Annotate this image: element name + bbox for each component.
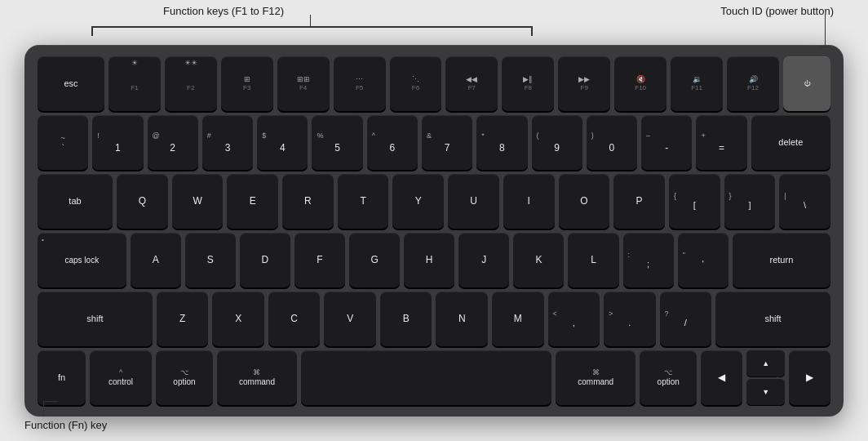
key-y[interactable]: Y xyxy=(392,174,444,229)
key-semicolon[interactable]: : ; xyxy=(623,233,674,287)
key-equals[interactable]: + = xyxy=(696,115,746,170)
key-z[interactable]: Z xyxy=(157,292,209,346)
key-slash[interactable]: ? / xyxy=(660,292,712,346)
key-c[interactable]: C xyxy=(268,292,321,346)
key-fn[interactable]: fn xyxy=(38,350,86,405)
key-d[interactable]: D xyxy=(240,233,290,287)
key-backslash[interactable]: | \ xyxy=(779,174,830,229)
zxcv-row: shift Z X C V B N M < , > . ? / shift xyxy=(38,292,830,346)
key-7[interactable]: & 7 xyxy=(422,115,472,170)
key-e[interactable]: E xyxy=(227,174,278,229)
key-f3[interactable]: ⊞ F3 xyxy=(221,56,273,111)
key-h[interactable]: H xyxy=(404,233,454,287)
key-j[interactable]: J xyxy=(458,233,509,287)
key-space[interactable] xyxy=(301,350,551,405)
asdf-row: • caps lock A S D F G H J K L : ; " ' re… xyxy=(38,233,830,287)
key-b[interactable]: B xyxy=(380,292,432,346)
key-arrow-down[interactable]: ▼ xyxy=(746,379,785,405)
key-control[interactable]: ^ control xyxy=(90,350,152,405)
keyboard: esc ☀ F1 ☀☀ F2 ⊞ F3 ⊞⊞ F4 ⋯ F5 xyxy=(24,45,844,416)
key-f11[interactable]: 🔉 F11 xyxy=(671,56,723,111)
key-caps-lock[interactable]: • caps lock xyxy=(38,233,126,287)
key-l[interactable]: L xyxy=(568,233,618,287)
key-q[interactable]: Q xyxy=(117,174,168,229)
key-esc[interactable]: esc xyxy=(38,56,104,111)
key-f2[interactable]: ☀☀ F2 xyxy=(165,56,217,111)
key-w[interactable]: W xyxy=(172,174,224,229)
function-keys-bracket-right xyxy=(531,26,533,36)
key-1[interactable]: ! 1 xyxy=(92,115,143,170)
key-t[interactable]: T xyxy=(338,174,389,229)
key-a[interactable]: A xyxy=(131,233,181,287)
key-arrow-up[interactable]: ▲ xyxy=(746,350,785,376)
key-x[interactable]: X xyxy=(212,292,264,346)
key-f12[interactable]: 🔊 F12 xyxy=(727,56,779,111)
key-touchid[interactable]: ⏻ xyxy=(783,56,830,111)
key-s[interactable]: S xyxy=(185,233,236,287)
key-f8[interactable]: ▶‖ F8 xyxy=(502,56,554,111)
key-8[interactable]: * 8 xyxy=(476,115,527,170)
qwerty-row: tab Q W E R T Y U I O P { [ } ] | \ xyxy=(38,174,830,229)
key-option-right[interactable]: ⌥ option xyxy=(640,350,697,405)
key-f4[interactable]: ⊞⊞ F4 xyxy=(277,56,330,111)
key-n[interactable]: N xyxy=(436,292,488,346)
touchid-line xyxy=(825,15,826,47)
key-f[interactable]: F xyxy=(294,233,345,287)
key-5[interactable]: % 5 xyxy=(312,115,362,170)
key-f10[interactable]: 🔇 F10 xyxy=(614,56,666,111)
key-f1[interactable]: ☀ F1 xyxy=(108,56,161,111)
key-shift-left[interactable]: shift xyxy=(38,292,153,346)
key-k[interactable]: K xyxy=(513,233,564,287)
key-p[interactable]: P xyxy=(613,174,665,229)
key-m[interactable]: M xyxy=(492,292,544,346)
key-minus[interactable]: – - xyxy=(641,115,692,170)
function-keys-bracket-top xyxy=(91,26,532,28)
key-u[interactable]: U xyxy=(448,174,499,229)
function-keys-label: Function keys (F1 to F12) xyxy=(163,5,284,17)
key-0[interactable]: ) 0 xyxy=(587,115,637,170)
key-return[interactable]: return xyxy=(733,233,830,287)
key-comma[interactable]: < , xyxy=(548,292,600,346)
key-2[interactable]: @ 2 xyxy=(148,115,198,170)
key-i[interactable]: I xyxy=(503,174,555,229)
key-o[interactable]: O xyxy=(559,174,610,229)
key-f7[interactable]: ◀◀ F7 xyxy=(445,56,498,111)
key-g[interactable]: G xyxy=(349,233,400,287)
key-backtick[interactable]: ~ ` xyxy=(38,115,88,170)
key-v[interactable]: V xyxy=(324,292,376,346)
key-open-bracket[interactable]: { [ xyxy=(669,174,720,229)
key-command-right[interactable]: ⌘ command xyxy=(556,350,636,405)
key-close-bracket[interactable]: } ] xyxy=(724,174,776,229)
key-f6[interactable]: ⋱ F6 xyxy=(390,56,442,111)
function-keys-bracket-left xyxy=(91,26,93,36)
key-option-left[interactable]: ⌥ option xyxy=(156,350,213,405)
key-r[interactable]: R xyxy=(282,174,334,229)
arrow-up-down-container: ▲ ▼ xyxy=(746,350,785,405)
key-period[interactable]: > . xyxy=(604,292,656,346)
function-key-row: esc ☀ F1 ☀☀ F2 ⊞ F3 ⊞⊞ F4 ⋯ F5 xyxy=(38,56,830,111)
fn-key-label: Function (Fn) key xyxy=(24,419,107,431)
keyboard-layout: esc ☀ F1 ☀☀ F2 ⊞ F3 ⊞⊞ F4 ⋯ F5 xyxy=(38,56,830,405)
key-shift-right[interactable]: shift xyxy=(715,292,830,346)
function-keys-label-line xyxy=(310,15,311,26)
key-quote[interactable]: " ' xyxy=(678,233,728,287)
number-row: ~ ` ! 1 @ 2 # 3 $ 4 % 5 xyxy=(38,115,830,170)
key-3[interactable]: # 3 xyxy=(202,115,253,170)
key-tab[interactable]: tab xyxy=(38,174,113,229)
key-f5[interactable]: ⋯ F5 xyxy=(334,56,386,111)
modifier-row: fn ^ control ⌥ option ⌘ command ⌘ comman… xyxy=(38,350,830,405)
touchid-label: Touch ID (power button) xyxy=(720,5,834,17)
key-f9[interactable]: ▶▶ F9 xyxy=(558,56,610,111)
key-command-left[interactable]: ⌘ command xyxy=(217,350,297,405)
key-arrow-left[interactable]: ◀ xyxy=(701,350,742,405)
key-delete[interactable]: delete xyxy=(751,115,830,170)
key-arrow-right[interactable]: ▶ xyxy=(789,350,830,405)
key-6[interactable]: ^ 6 xyxy=(367,115,418,170)
key-9[interactable]: ( 9 xyxy=(532,115,582,170)
key-4[interactable]: $ 4 xyxy=(257,115,308,170)
